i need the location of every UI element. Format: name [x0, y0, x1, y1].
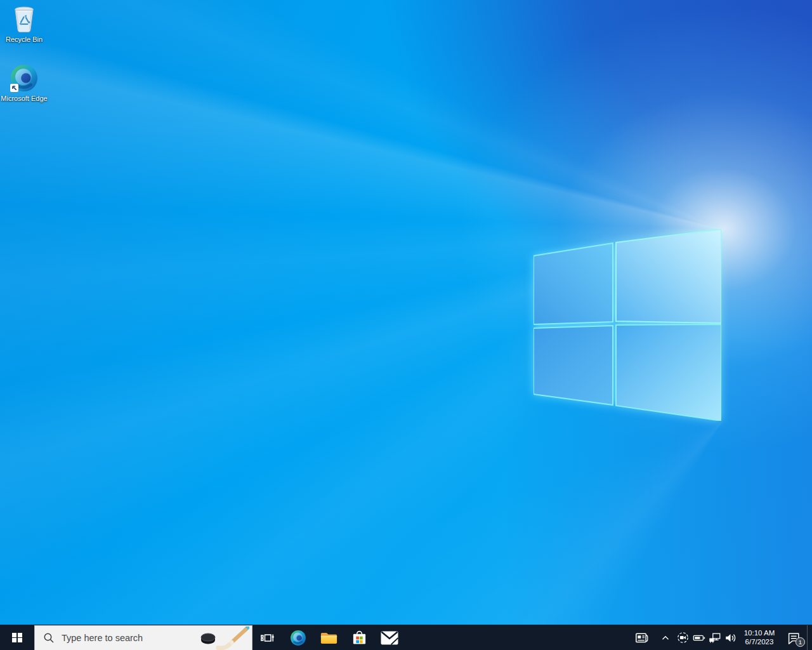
- network-ethernet-icon: [708, 631, 722, 645]
- mail-icon: [381, 631, 398, 645]
- edge-icon: [290, 630, 306, 646]
- edge-icon: [9, 63, 39, 93]
- volume-button[interactable]: [723, 625, 738, 650]
- search-icon: [43, 632, 55, 644]
- task-view-icon: [260, 630, 275, 646]
- start-button[interactable]: [0, 625, 34, 650]
- microsoft-store-icon: [351, 630, 367, 646]
- volume-icon: [724, 631, 738, 645]
- windows-logo: [534, 229, 721, 421]
- meet-now-button[interactable]: [675, 625, 691, 650]
- search-input[interactable]: [60, 632, 252, 644]
- desktop-icon-recycle-bin[interactable]: Recycle Bin: [0, 4, 48, 44]
- mail-button[interactable]: [374, 625, 405, 650]
- clock[interactable]: 10:10 AM 6/7/2023: [738, 625, 780, 650]
- notification-badge: 1: [796, 637, 805, 647]
- recycle-bin-icon: [9, 4, 39, 34]
- microsoft-store-button[interactable]: [344, 625, 374, 650]
- desktop-icon-label: Microsoft Edge: [1, 95, 47, 103]
- windows-desktop: Recycle Bin Microsoft Edge: [0, 0, 812, 650]
- news-and-interests-button[interactable]: [628, 625, 656, 650]
- windows-start-icon: [12, 633, 22, 643]
- network-button[interactable]: [707, 625, 723, 650]
- battery-button[interactable]: [691, 625, 707, 650]
- clock-time: 10:10 AM: [744, 629, 775, 638]
- file-explorer-icon: [320, 631, 337, 645]
- taskbar-search[interactable]: [34, 625, 252, 650]
- desktop-icon-microsoft-edge[interactable]: Microsoft Edge: [0, 63, 48, 103]
- task-view-button[interactable]: [252, 625, 283, 650]
- system-tray: 10:10 AM 6/7/2023 1: [628, 625, 812, 650]
- news-icon: [634, 630, 650, 646]
- taskbar: 10:10 AM 6/7/2023 1: [0, 625, 812, 650]
- clock-date: 6/7/2023: [745, 638, 774, 647]
- desktop-icon-label: Recycle Bin: [6, 36, 43, 44]
- action-center-button[interactable]: 1: [780, 625, 807, 650]
- edge-taskbar-button[interactable]: [283, 625, 313, 650]
- shortcut-arrow-icon: [10, 84, 18, 92]
- chevron-up-icon: [660, 632, 671, 644]
- battery-icon: [692, 631, 706, 645]
- file-explorer-button[interactable]: [313, 625, 344, 650]
- show-desktop-button[interactable]: [807, 625, 812, 650]
- meet-now-icon: [676, 631, 690, 644]
- show-hidden-icons-button[interactable]: [656, 625, 675, 650]
